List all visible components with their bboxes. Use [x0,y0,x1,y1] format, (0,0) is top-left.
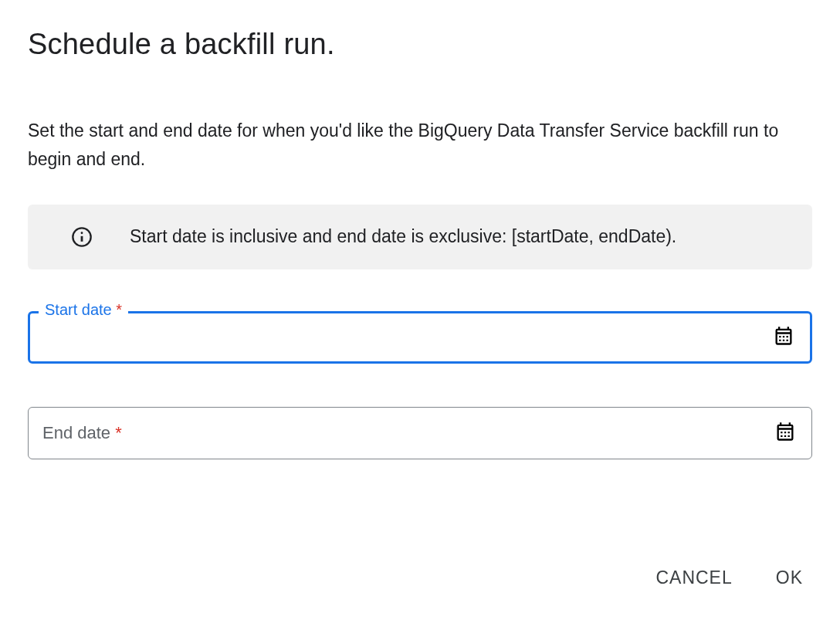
calendar-icon [774,421,796,445]
dialog-title: Schedule a backfill run. [28,28,812,61]
start-date-field[interactable] [28,311,812,364]
start-date-calendar-button[interactable] [770,322,798,352]
ok-button[interactable]: OK [773,561,806,594]
info-banner: Start date is inclusive and end date is … [28,205,812,269]
start-date-input[interactable] [42,313,770,361]
form-fields: Start date * End date * [28,311,812,459]
calendar-icon [773,325,794,349]
end-date-input[interactable] [41,408,771,459]
end-date-calendar-button[interactable] [771,418,799,448]
end-date-field-wrap: End date * [28,407,812,459]
start-date-field-wrap: Start date * [28,311,812,364]
cancel-button[interactable]: CANCEL [652,561,735,594]
info-icon [71,226,93,248]
svg-point-2 [81,232,83,234]
dialog-actions: CANCEL OK [28,561,812,594]
dialog-description: Set the start and end date for when you'… [28,117,800,174]
start-date-label: Start date * [39,301,128,319]
info-text: Start date is inclusive and end date is … [130,226,676,247]
end-date-field[interactable]: End date * [28,407,812,459]
